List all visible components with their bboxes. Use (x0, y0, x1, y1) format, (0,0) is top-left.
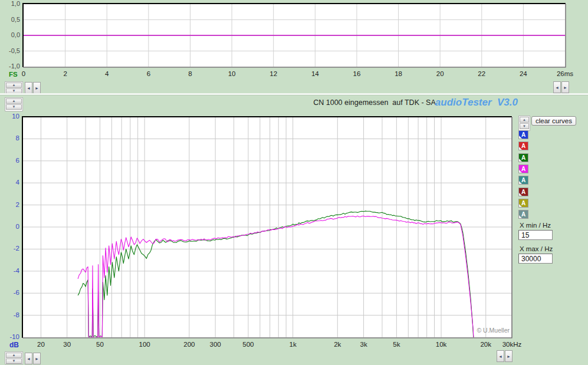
down-arrow-icon: ▼ (12, 359, 16, 363)
curve-letter-icon: A (521, 200, 525, 206)
waveform-scroll-left-button[interactable]: ◄ (25, 82, 32, 94)
curve-letter-icon: A (521, 211, 525, 218)
response-right-scroll-right-button[interactable]: ► (505, 350, 513, 362)
waveform-y-tick-label: 0,0 (0, 31, 20, 38)
scroll-down-button[interactable]: ▼ (6, 104, 22, 110)
response-x-tick-label: 50 (82, 341, 117, 348)
x-max-input[interactable] (518, 254, 553, 264)
left-arrow-icon: ◄ (498, 354, 502, 359)
curve-color-button-olive[interactable]: A (518, 199, 528, 208)
fs-axis-unit-label: FS (9, 71, 18, 78)
response-x-tick-label: 30kHz (494, 341, 530, 348)
up-arrow-icon: ▲ (12, 353, 16, 357)
waveform-chart (22, 3, 566, 68)
curve-letter-icon: A (521, 143, 525, 149)
down-arrow-icon: ▼ (523, 124, 526, 128)
left-arrow-icon: ◄ (27, 86, 31, 90)
waveform-x-tick-label: 16 (342, 70, 372, 77)
waveform-y-tick-label: 0,5 (0, 16, 20, 23)
scroll-up-button[interactable]: ▲ (520, 117, 529, 123)
response-x-tick-label: 30 (50, 341, 85, 348)
waveform-x-tick-label: 18 (384, 70, 413, 77)
response-y-tick-label: 2 (0, 201, 19, 208)
waveform-x-tick-label: 24 (508, 70, 538, 77)
waveform-x-tick-label: 12 (259, 70, 288, 77)
curve-color-button-green[interactable]: A (518, 153, 528, 162)
response-x-tick-label: 10k (423, 341, 459, 348)
x-min-label: X min / Hz (520, 222, 551, 229)
response-y-tick-label: -8 (0, 311, 19, 318)
curve-color-button-dark-red[interactable]: A (518, 188, 528, 196)
response-y-tick-label: 4 (0, 179, 19, 186)
down-arrow-icon: ▼ (12, 105, 16, 108)
up-arrow-icon: ▲ (12, 83, 16, 87)
waveform-scroll-right-button[interactable]: ► (33, 82, 41, 94)
waveform-x-tick-label: 2 (51, 70, 80, 77)
curve-color-button-red[interactable]: A (518, 142, 528, 150)
waveform-x-tick-label: 26ms (550, 70, 580, 77)
response-panel: ▲ ▼ CN 1000 eingemessen auf TDK - SA aud… (0, 96, 588, 365)
response-y-tick-label: 10 (0, 113, 19, 120)
response-vertical-spinner: ▲ ▼ (5, 97, 23, 111)
waveform-x-tick-label: 8 (175, 70, 205, 77)
response-chart (22, 116, 513, 338)
down-arrow-icon: ▼ (12, 89, 16, 93)
response-x-tick-label: 1k (275, 341, 311, 348)
response-x-tick-label: 100 (127, 341, 162, 348)
response-x-tick-label: 300 (198, 341, 233, 348)
x-min-input[interactable] (518, 230, 553, 240)
response-right-scroll-left-button[interactable]: ◄ (497, 350, 504, 362)
response-scroll-left-button[interactable]: ◄ (25, 353, 32, 364)
right-arrow-icon: ► (507, 354, 511, 359)
scroll-down-button[interactable]: ▼ (520, 123, 529, 129)
curve-color-button-gray-teal[interactable]: A (518, 210, 528, 219)
waveform-y-tick-label: -1,0 (0, 63, 20, 70)
response-x-tick-label: 500 (231, 341, 266, 348)
right-arrow-icon: ► (35, 357, 39, 361)
db-axis-unit-label: dB (9, 341, 19, 349)
app-logo: audioTester V3.0 (431, 97, 518, 108)
response-y-tick-label: 6 (0, 157, 19, 164)
scroll-up-button[interactable]: ▲ (6, 83, 22, 88)
curve-list-spinner: ▲ ▼ (518, 116, 530, 131)
waveform-x-tick-label: 14 (300, 70, 330, 77)
right-arrow-icon: ► (563, 86, 567, 90)
waveform-right-scroll-left-button[interactable]: ◄ (553, 81, 561, 93)
curve-color-button-blue[interactable]: A (518, 130, 528, 139)
waveform-x-tick-label: 6 (134, 70, 163, 77)
waveform-y-tick-label: 1,0 (0, 0, 20, 7)
curve-letter-icon: A (521, 189, 525, 195)
response-y-tick-label: -6 (0, 289, 19, 296)
up-arrow-icon: ▲ (523, 118, 526, 121)
up-arrow-icon: ▲ (12, 99, 16, 103)
waveform-y-tick-label: -0,5 (0, 47, 20, 54)
right-arrow-icon: ► (35, 86, 39, 90)
curve-color-button-magenta[interactable]: A (518, 165, 528, 173)
audiotester-window: 1,00,50,0-0,5-1,0 0246810121416182022242… (0, 0, 588, 365)
response-y-tick-label: 8 (0, 134, 19, 142)
scroll-up-button[interactable]: ▲ (6, 98, 22, 104)
scroll-down-button[interactable]: ▼ (6, 359, 22, 364)
copyright-note: © U.Mueller (451, 327, 510, 334)
waveform-panel: 1,00,50,0-0,5-1,0 0246810121416182022242… (0, 0, 588, 93)
response-bottom-spinner: ▲ ▼ (5, 351, 23, 364)
response-y-tick-label: 0 (0, 223, 19, 230)
waveform-x-tick-label: 20 (425, 70, 455, 77)
curve-letter-icon: A (521, 166, 525, 172)
x-max-label: X max / Hz (520, 245, 553, 252)
curve-color-button-teal[interactable]: A (518, 176, 528, 185)
waveform-right-scroll-right-button[interactable]: ► (561, 81, 569, 93)
scroll-up-button[interactable]: ▲ (6, 353, 22, 358)
left-arrow-icon: ◄ (555, 86, 559, 90)
response-scroll-right-button[interactable]: ► (33, 353, 41, 364)
response-x-tick-label: 3k (346, 341, 382, 348)
response-y-tick-label: -10 (0, 333, 19, 340)
waveform-x-tick-label: 10 (217, 70, 247, 77)
curve-letter-icon: A (521, 154, 525, 161)
curve-letter-icon: A (521, 131, 525, 138)
clear-curves-button[interactable]: clear curves (531, 116, 576, 126)
response-y-tick-label: -2 (0, 245, 19, 252)
response-x-tick-label: 5k (379, 341, 414, 348)
response-y-tick-label: -4 (0, 267, 19, 274)
waveform-x-tick-label: 22 (467, 70, 497, 77)
